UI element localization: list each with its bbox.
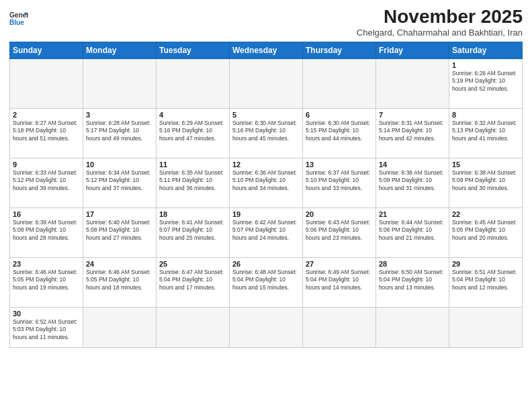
col-thursday: Thursday	[303, 42, 376, 58]
table-row	[230, 307, 303, 347]
table-row	[157, 307, 230, 347]
table-row: 6Sunrise: 6:30 AM Sunset: 5:15 PM Daylig…	[303, 108, 376, 158]
table-row: 25Sunrise: 6:47 AM Sunset: 5:04 PM Dayli…	[157, 257, 230, 307]
table-row: 12Sunrise: 6:36 AM Sunset: 5:10 PM Dayli…	[230, 158, 303, 208]
day-number: 27	[306, 260, 373, 268]
table-row: 22Sunrise: 6:45 AM Sunset: 5:05 PM Dayli…	[449, 208, 523, 257]
day-number: 23	[13, 260, 80, 268]
table-row	[230, 58, 303, 108]
col-saturday: Saturday	[449, 42, 523, 58]
day-info: Sunrise: 6:40 AM Sunset: 5:08 PM Dayligh…	[86, 219, 153, 242]
day-number: 24	[86, 260, 153, 268]
day-number: 14	[379, 161, 446, 169]
day-info: Sunrise: 6:32 AM Sunset: 5:13 PM Dayligh…	[452, 120, 519, 142]
day-number: 18	[159, 210, 226, 218]
day-info: Sunrise: 6:46 AM Sunset: 5:05 PM Dayligh…	[13, 269, 80, 291]
day-info: Sunrise: 6:52 AM Sunset: 5:03 PM Dayligh…	[13, 318, 80, 341]
table-row: 9Sunrise: 6:33 AM Sunset: 5:12 PM Daylig…	[10, 158, 83, 208]
day-info: Sunrise: 6:35 AM Sunset: 5:11 PM Dayligh…	[159, 169, 226, 192]
day-info: Sunrise: 6:36 AM Sunset: 5:10 PM Dayligh…	[232, 169, 300, 192]
table-row: 11Sunrise: 6:35 AM Sunset: 5:11 PM Dayli…	[157, 158, 230, 208]
day-number: 30	[13, 310, 80, 318]
day-number: 26	[232, 260, 300, 268]
day-info: Sunrise: 6:50 AM Sunset: 5:04 PM Dayligh…	[379, 269, 446, 291]
table-row: 13Sunrise: 6:37 AM Sunset: 5:10 PM Dayli…	[303, 158, 376, 208]
day-number: 20	[306, 210, 373, 218]
table-row	[376, 58, 449, 108]
day-number: 17	[86, 210, 153, 218]
month-title: November 2025	[357, 7, 523, 28]
table-row: 28Sunrise: 6:50 AM Sunset: 5:04 PM Dayli…	[376, 257, 449, 307]
title-block: November 2025 Chelgard, Chaharmahal and …	[357, 7, 523, 38]
day-number: 4	[159, 111, 226, 119]
day-info: Sunrise: 6:33 AM Sunset: 5:12 PM Dayligh…	[13, 169, 80, 192]
table-row: 7Sunrise: 6:31 AM Sunset: 5:14 PM Daylig…	[376, 108, 449, 158]
day-number: 1	[452, 61, 519, 69]
day-info: Sunrise: 6:51 AM Sunset: 5:04 PM Dayligh…	[452, 269, 519, 291]
day-number: 28	[379, 260, 446, 268]
table-row: 23Sunrise: 6:46 AM Sunset: 5:05 PM Dayli…	[10, 257, 83, 307]
table-row: 21Sunrise: 6:44 AM Sunset: 5:06 PM Dayli…	[376, 208, 449, 257]
table-row	[157, 58, 230, 108]
day-number: 19	[232, 210, 300, 218]
col-sunday: Sunday	[10, 42, 83, 58]
table-row: 26Sunrise: 6:48 AM Sunset: 5:04 PM Dayli…	[230, 257, 303, 307]
table-row: 17Sunrise: 6:40 AM Sunset: 5:08 PM Dayli…	[83, 208, 157, 257]
table-row: 29Sunrise: 6:51 AM Sunset: 5:04 PM Dayli…	[449, 257, 523, 307]
day-number: 7	[379, 111, 446, 119]
day-info: Sunrise: 6:37 AM Sunset: 5:10 PM Dayligh…	[306, 169, 373, 192]
day-number: 16	[13, 210, 80, 218]
table-row: 3Sunrise: 6:28 AM Sunset: 5:17 PM Daylig…	[83, 108, 157, 158]
day-number: 21	[379, 210, 446, 218]
day-number: 3	[86, 111, 153, 119]
table-row: 14Sunrise: 6:38 AM Sunset: 5:09 PM Dayli…	[376, 158, 449, 208]
subtitle: Chelgard, Chaharmahal and Bakhtiari, Ira…	[357, 28, 523, 38]
table-row: 18Sunrise: 6:41 AM Sunset: 5:07 PM Dayli…	[157, 208, 230, 257]
day-info: Sunrise: 6:41 AM Sunset: 5:07 PM Dayligh…	[159, 219, 226, 242]
day-info: Sunrise: 6:31 AM Sunset: 5:14 PM Dayligh…	[379, 120, 446, 142]
day-info: Sunrise: 6:30 AM Sunset: 5:15 PM Dayligh…	[306, 120, 373, 142]
day-number: 8	[452, 111, 519, 119]
day-info: Sunrise: 6:26 AM Sunset: 5:19 PM Dayligh…	[452, 70, 519, 93]
table-row	[83, 307, 157, 347]
day-number: 29	[452, 260, 519, 268]
day-info: Sunrise: 6:39 AM Sunset: 5:08 PM Dayligh…	[13, 219, 80, 242]
table-row	[376, 307, 449, 347]
table-row	[10, 58, 83, 108]
day-info: Sunrise: 6:29 AM Sunset: 5:16 PM Dayligh…	[159, 120, 226, 142]
day-info: Sunrise: 6:27 AM Sunset: 5:18 PM Dayligh…	[13, 120, 80, 142]
day-number: 12	[232, 161, 300, 169]
day-number: 10	[86, 161, 153, 169]
day-info: Sunrise: 6:46 AM Sunset: 5:05 PM Dayligh…	[86, 269, 153, 291]
table-row: 5Sunrise: 6:30 AM Sunset: 5:16 PM Daylig…	[230, 108, 303, 158]
day-info: Sunrise: 6:30 AM Sunset: 5:16 PM Dayligh…	[232, 120, 300, 142]
col-friday: Friday	[376, 42, 449, 58]
table-row	[303, 307, 376, 347]
day-number: 9	[13, 161, 80, 169]
table-row: 24Sunrise: 6:46 AM Sunset: 5:05 PM Dayli…	[83, 257, 157, 307]
day-info: Sunrise: 6:38 AM Sunset: 5:09 PM Dayligh…	[452, 169, 519, 192]
table-row: 15Sunrise: 6:38 AM Sunset: 5:09 PM Dayli…	[449, 158, 523, 208]
header-row: Sunday Monday Tuesday Wednesday Thursday…	[10, 42, 523, 58]
table-row: 20Sunrise: 6:43 AM Sunset: 5:06 PM Dayli…	[303, 208, 376, 257]
svg-text:Blue: Blue	[9, 19, 24, 26]
table-row	[83, 58, 157, 108]
day-info: Sunrise: 6:49 AM Sunset: 5:04 PM Dayligh…	[306, 269, 373, 291]
table-row: 27Sunrise: 6:49 AM Sunset: 5:04 PM Dayli…	[303, 257, 376, 307]
col-monday: Monday	[83, 42, 157, 58]
day-info: Sunrise: 6:47 AM Sunset: 5:04 PM Dayligh…	[159, 269, 226, 291]
day-info: Sunrise: 6:48 AM Sunset: 5:04 PM Dayligh…	[232, 269, 300, 291]
table-row: 10Sunrise: 6:34 AM Sunset: 5:12 PM Dayli…	[83, 158, 157, 208]
day-number: 5	[232, 111, 300, 119]
col-wednesday: Wednesday	[230, 42, 303, 58]
table-row: 16Sunrise: 6:39 AM Sunset: 5:08 PM Dayli…	[10, 208, 83, 257]
day-number: 22	[452, 210, 519, 218]
calendar: Sunday Monday Tuesday Wednesday Thursday…	[9, 42, 523, 348]
day-info: Sunrise: 6:45 AM Sunset: 5:05 PM Dayligh…	[452, 219, 519, 242]
day-number: 6	[306, 111, 373, 119]
day-number: 15	[452, 161, 519, 169]
table-row: 4Sunrise: 6:29 AM Sunset: 5:16 PM Daylig…	[157, 108, 230, 158]
logo-icon: General Blue	[9, 9, 28, 28]
day-info: Sunrise: 6:38 AM Sunset: 5:09 PM Dayligh…	[379, 169, 446, 192]
day-info: Sunrise: 6:34 AM Sunset: 5:12 PM Dayligh…	[86, 169, 153, 192]
